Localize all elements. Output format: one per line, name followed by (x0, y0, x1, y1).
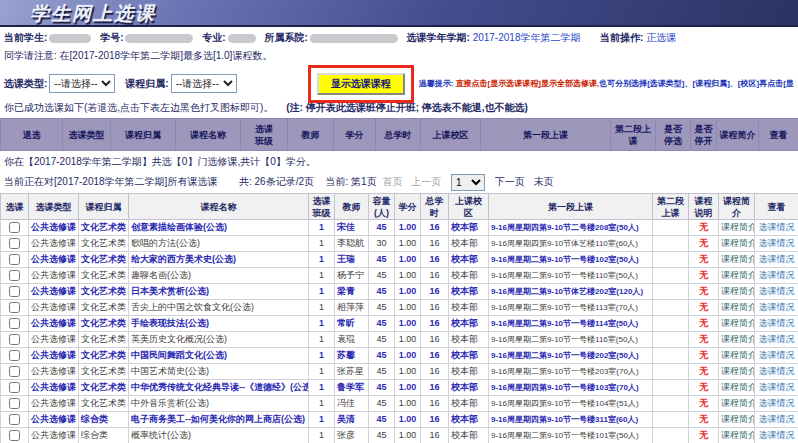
selected-header-cell: 退选 (1, 119, 63, 151)
class-number-cell: 1 (309, 428, 335, 443)
teacher-cell: 苏馨 (335, 348, 369, 364)
select-course-checkbox[interactable] (9, 366, 20, 377)
course-intro-link[interactable]: 课程简介 (719, 396, 755, 412)
course-intro-link[interactable]: 课程简介 (719, 428, 755, 443)
select-course-checkbox[interactable] (9, 222, 20, 233)
credit-cell: 1.00 (395, 364, 421, 380)
capacity-cell: 45 (369, 428, 395, 443)
select-cell (1, 300, 29, 316)
course-header-cell: 总学时 (421, 194, 449, 220)
course-intro-link[interactable]: 课程简介 (719, 268, 755, 284)
last-page-link[interactable]: 末页 (534, 176, 554, 187)
success-note: 你已成功选课如下(若退选,点击下表左边黑色打叉图标即可)。 (注: 停开表此选课… (0, 100, 798, 118)
campus-cell: 校本部 (449, 364, 489, 380)
course-type-select[interactable]: --请选择-- (49, 74, 115, 93)
select-course-checkbox[interactable] (9, 398, 20, 409)
course-intro-link[interactable]: 课程简介 (719, 220, 755, 236)
select-course-checkbox[interactable] (9, 382, 20, 393)
select-course-checkbox[interactable] (9, 286, 20, 297)
second-session-cell (653, 252, 689, 268)
campus-cell: 校本部 (449, 268, 489, 284)
course-table-body: 公共选修课文化艺术类创意素描绘画体验(公选)1宋佳451.0016校本部9-16… (1, 220, 798, 443)
course-category-cell: 文化艺术类 (79, 252, 129, 268)
capacity-cell: 45 (369, 412, 395, 428)
select-course-checkbox[interactable] (9, 254, 20, 265)
show-courses-button[interactable]: 显示选课课程 (317, 73, 405, 95)
course-row: 公共选修课文化艺术类趣聊名画(公选)1杨予宁451.0016校本部9-16周星期… (1, 268, 798, 284)
select-cell (1, 252, 29, 268)
course-table-header-row: 选课选课类型课程归属课程名称选课 班级教师容量 (人)学分总学时上课校区第一段上… (1, 194, 798, 220)
course-intro-link[interactable]: 课程简介 (719, 332, 755, 348)
course-header-cell: 上课校区 (449, 194, 489, 220)
course-header-cell: 查看 (755, 194, 798, 220)
course-intro-link[interactable]: 课程简介 (719, 380, 755, 396)
selected-header-cell: 学分 (334, 119, 376, 151)
course-type-cell: 公共选修课 (29, 396, 79, 412)
course-row: 公共选修课文化艺术类创意素描绘画体验(公选)1宋佳451.0016校本部9-16… (1, 220, 798, 236)
view-enrollment-link[interactable]: 选课情况 (755, 316, 798, 332)
course-category-cell: 综合类 (79, 412, 129, 428)
course-type-cell: 公共选修课 (29, 300, 79, 316)
view-enrollment-link[interactable]: 选课情况 (755, 332, 798, 348)
view-enrollment-link[interactable]: 选课情况 (755, 236, 798, 252)
course-category-select[interactable]: --请选择-- (171, 74, 237, 93)
view-enrollment-link[interactable]: 选课情况 (755, 364, 798, 380)
select-course-checkbox[interactable] (9, 270, 20, 281)
course-intro-link[interactable]: 课程简介 (719, 300, 755, 316)
department-redacted (310, 34, 398, 43)
selected-courses-header-row: 退选选课类型课程归属课程名称选课 班级教师学分总学时上课校区第一段上课第二段上课… (1, 119, 798, 151)
course-intro-link[interactable]: 课程简介 (719, 316, 755, 332)
total-hours-cell: 16 (421, 236, 449, 252)
course-category-cell: 文化艺术类 (79, 316, 129, 332)
total-hours-cell: 16 (421, 300, 449, 316)
view-enrollment-link[interactable]: 选课情况 (755, 284, 798, 300)
course-intro-link[interactable]: 课程简介 (719, 412, 755, 428)
student-id-label: 学号: (100, 32, 123, 43)
credit-cell: 1.00 (395, 252, 421, 268)
class-number-cell: 1 (309, 284, 335, 300)
course-row: 公共选修课文化艺术类日本美术赏析(公选)1梁青451.0016校本部9-16周星… (1, 284, 798, 300)
capacity-cell: 45 (369, 396, 395, 412)
first-session-cell: 9-16周星期二第9-10节体艺楼202室(120人) (489, 284, 653, 300)
view-enrollment-link[interactable]: 选课情况 (755, 428, 798, 443)
select-course-checkbox[interactable] (9, 238, 20, 249)
course-intro-link[interactable]: 课程简介 (719, 348, 755, 364)
operation-label: 当前操作: (600, 32, 643, 43)
course-intro-link[interactable]: 课程简介 (719, 236, 755, 252)
class-number-cell: 1 (309, 412, 335, 428)
first-session-cell: 9-16周星期四第9-10节二号楼208室(50人) (489, 220, 653, 236)
first-session-cell: 9-16周星期四第9-10节体艺楼110室(60人) (489, 236, 653, 252)
view-enrollment-link[interactable]: 选课情况 (755, 252, 798, 268)
course-intro-link[interactable]: 课程简介 (719, 252, 755, 268)
success-note-text: 你已成功选课如下(若退选,点击下表左边黑色打叉图标即可)。 (4, 102, 273, 113)
select-course-checkbox[interactable] (9, 350, 20, 361)
course-header-cell: 选课 (1, 194, 29, 220)
select-cell (1, 412, 29, 428)
credit-cell: 1.00 (395, 236, 421, 252)
next-page-link[interactable]: 下一页 (495, 176, 525, 187)
view-enrollment-link[interactable]: 选课情况 (755, 268, 798, 284)
select-course-checkbox[interactable] (9, 318, 20, 329)
view-enrollment-link[interactable]: 选课情况 (755, 412, 798, 428)
teacher-cell: 王瑞 (335, 252, 369, 268)
view-enrollment-link[interactable]: 选课情况 (755, 220, 798, 236)
select-cell (1, 316, 29, 332)
view-enrollment-link[interactable]: 选课情况 (755, 380, 798, 396)
select-course-checkbox[interactable] (9, 334, 20, 345)
select-course-checkbox[interactable] (9, 430, 20, 441)
select-course-checkbox[interactable] (9, 302, 20, 313)
course-type-cell: 公共选修课 (29, 380, 79, 396)
course-name-cell: 日本美术赏析(公选) (129, 284, 309, 300)
course-intro-link[interactable]: 课程简介 (719, 284, 755, 300)
view-enrollment-link[interactable]: 选课情况 (755, 300, 798, 316)
capacity-cell: 30 (369, 236, 395, 252)
view-enrollment-link[interactable]: 选课情况 (755, 348, 798, 364)
status-cell: 无 (689, 332, 719, 348)
view-enrollment-link[interactable]: 选课情况 (755, 396, 798, 412)
total-hours-cell: 16 (421, 396, 449, 412)
page-select[interactable]: 1 (451, 174, 485, 191)
course-intro-link[interactable]: 课程简介 (719, 364, 755, 380)
credit-cell: 1.00 (395, 348, 421, 364)
select-course-checkbox[interactable] (9, 414, 20, 425)
show-courses-button-wrap: 显示选课课程 (317, 73, 405, 95)
